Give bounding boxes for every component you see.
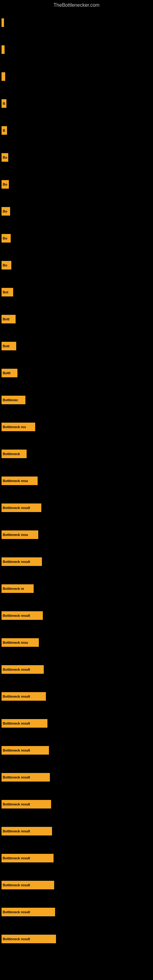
bar-label: Bottleneck result — [3, 668, 30, 671]
bar: Bottleneck — [2, 450, 27, 458]
bar: Bottleneck result — [2, 773, 50, 781]
bar: Bo — [2, 234, 11, 243]
bar: Bo — [2, 261, 11, 269]
bar: Bottlenec — [2, 396, 26, 404]
bar-row: Bot — [2, 279, 153, 305]
bar-label: Bo — [3, 156, 7, 159]
bar-label: Bottleneck result — [3, 775, 30, 779]
bar-label: Bottleneck resu — [3, 479, 28, 483]
bar-label: Bottleneck result — [3, 506, 30, 510]
bar-row: Bottleneck resu — [2, 521, 153, 548]
bar-row: Bottleneck result — [2, 926, 153, 953]
bar-row: Bottleneck result — [2, 602, 153, 629]
bar: Bottleneck result — [2, 800, 51, 808]
bar-row: Bo — [2, 171, 153, 198]
bar: Bottleneck result — [2, 692, 46, 701]
bar-label: Bott — [3, 317, 10, 321]
bar: Bottleneck result — [2, 746, 49, 755]
bar-row: Bo — [2, 225, 153, 252]
bar-label: Bottl — [3, 371, 10, 375]
bar-row: Bottleneck result — [2, 791, 153, 818]
bar-row — [2, 63, 153, 90]
bar: Bottleneck result — [2, 881, 54, 889]
bar-row: Bottleneck result — [2, 710, 153, 737]
bar-row: Bottleneck result — [2, 683, 153, 710]
bar: Bottleneck result — [2, 854, 54, 862]
bar: Bottleneck res — [2, 423, 35, 431]
bar-row: Bottleneck result — [2, 656, 153, 683]
bar-row: Bottleneck resu — [2, 629, 153, 656]
bar-label: Bottleneck res — [3, 425, 26, 429]
bar: Bottleneck result — [2, 611, 43, 620]
bar-row: Bo — [2, 198, 153, 225]
bar-label: Bottleneck result — [3, 883, 30, 887]
bar: Bottleneck result — [2, 719, 48, 728]
bar-label: B — [3, 102, 5, 105]
bar-label: Bottleneck result — [3, 937, 30, 941]
bar-label: Bottleneck result — [3, 614, 30, 617]
bar: Bottleneck result — [2, 827, 52, 835]
bar-row: Bottleneck res — [2, 414, 153, 441]
bar-label: Bottleneck result — [3, 695, 30, 698]
bar: Bott — [2, 342, 16, 350]
bar-row: B — [2, 90, 153, 117]
bar — [2, 45, 5, 54]
site-title: TheBottlenecker.com — [0, 0, 153, 10]
bar-row: Bottleneck result — [2, 872, 153, 899]
bar-row: Bottleneck — [2, 441, 153, 467]
bar-row: Bo — [2, 252, 153, 279]
bar: Bottleneck result — [2, 665, 44, 674]
bar-label: Bottleneck result — [3, 560, 30, 563]
bar-label: Bo — [3, 183, 7, 186]
bar-label: Bottleneck result — [3, 748, 30, 752]
bar-row: Bottleneck result — [2, 764, 153, 791]
bar-row: Bottleneck result — [2, 818, 153, 845]
bar-row: Bottl — [2, 360, 153, 387]
bar-label: Bottleneck result — [3, 829, 30, 833]
bar: B — [2, 99, 6, 108]
bar-label: Bottleneck result — [3, 802, 30, 806]
bar: Bott — [2, 315, 16, 323]
bar: Bottleneck re — [2, 584, 33, 593]
bar-label: Bo — [3, 236, 7, 240]
bar-row — [2, 9, 153, 36]
bar-row: Bott — [2, 332, 153, 360]
bar: Bo — [2, 207, 10, 216]
bar: B — [2, 126, 7, 135]
bar: Bottl — [2, 369, 18, 377]
bar — [2, 72, 5, 81]
bar-label: B — [3, 129, 5, 132]
bar-label: Bottleneck re — [3, 587, 24, 590]
bar: Bottleneck result — [2, 935, 56, 943]
bar: Bot — [2, 288, 13, 296]
bars-container: BBBoBoBoBoBoBotBottBottBottlBottlenecBot… — [0, 9, 153, 953]
bar: Bottleneck resu — [2, 530, 38, 539]
bar-label: Bot — [3, 290, 8, 294]
bar-label: Bottleneck result — [3, 722, 30, 725]
bar-row: Bo — [2, 144, 153, 171]
bar-label: Bo — [3, 263, 7, 267]
bar-label: Bo — [3, 210, 7, 213]
bar-row: Bottleneck result — [2, 494, 153, 521]
bar-row: Bottleneck resu — [2, 467, 153, 494]
bar-label: Bott — [3, 344, 10, 348]
bar-label: Bottleneck — [3, 452, 20, 456]
bar-label: Bottleneck result — [3, 910, 30, 914]
bar-label: Bottleneck resu — [3, 641, 28, 644]
bar-row: Bottleneck result — [2, 737, 153, 764]
bar — [2, 18, 4, 27]
bar-label: Bottlenec — [3, 398, 18, 402]
bar: Bo — [2, 153, 8, 162]
bar: Bottleneck resu — [2, 477, 38, 485]
bar-row — [2, 36, 153, 63]
bar-label: Bottleneck resu — [3, 533, 28, 536]
bar-row: B — [2, 117, 153, 144]
bar-row: Bottleneck result — [2, 548, 153, 575]
bar: Bottleneck result — [2, 503, 41, 512]
bar: Bottleneck result — [2, 908, 55, 916]
bar: Bottleneck resu — [2, 638, 39, 647]
bar-label: Bottleneck result — [3, 856, 30, 860]
bar-row: Bottleneck re — [2, 575, 153, 602]
bar-row: Bottleneck result — [2, 845, 153, 872]
bar-row: Bottleneck result — [2, 899, 153, 926]
